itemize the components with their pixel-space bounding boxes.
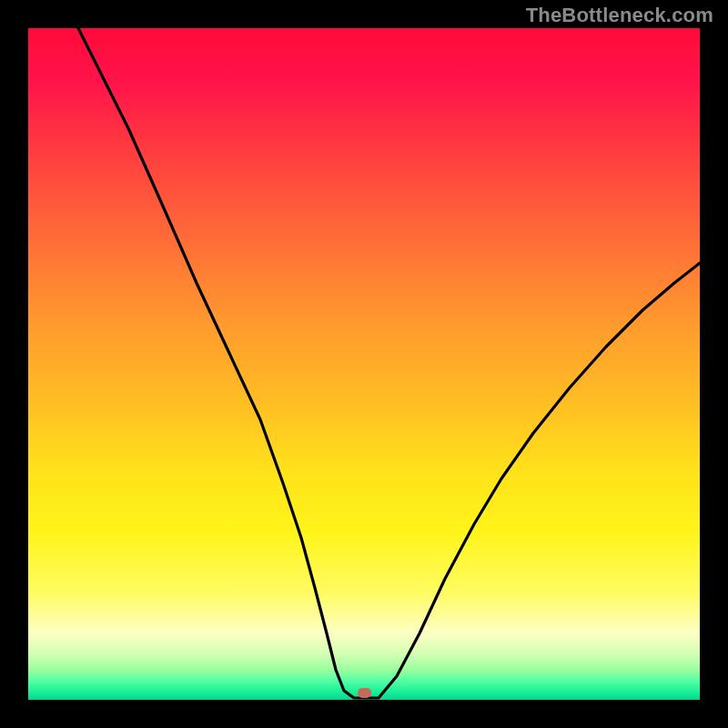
curve-path: [78, 28, 700, 698]
watermark-text: TheBottleneck.com: [526, 4, 713, 27]
chart-frame: TheBottleneck.com: [0, 0, 728, 728]
bottleneck-curve: [28, 28, 700, 700]
plot-area: [28, 28, 700, 700]
optimal-point-marker: [358, 688, 371, 698]
